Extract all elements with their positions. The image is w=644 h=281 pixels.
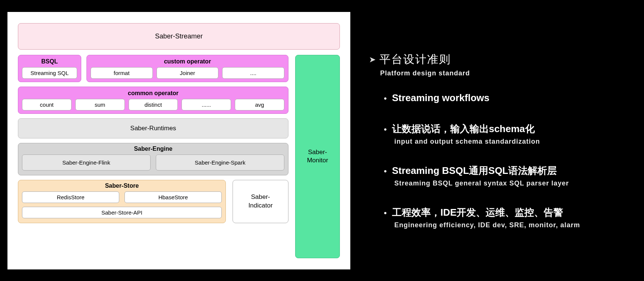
bsql-title: BSQL — [22, 58, 77, 65]
bullet-1-main: Streaming workflows — [392, 92, 490, 104]
bullet-2-main: 让数据说话，输入输出schema化 — [392, 122, 535, 135]
architecture-diagram: Saber-Streamer BSQL Streaming SQL custom… — [7, 12, 350, 269]
heading-row: ➤ 平台设计准则 — [369, 52, 633, 67]
pill-joiner: Joiner — [157, 67, 219, 79]
heading-sub: Platform design standard — [380, 69, 633, 77]
pill-sum: sum — [75, 99, 125, 110]
bullet-2: • 让数据说话，输入输出schema化 input and output sch… — [384, 122, 633, 146]
pill-engine-flink: Saber-Engine-Flink — [22, 154, 151, 171]
box-saber-runtimes: Saber-Runtimes — [18, 118, 288, 138]
box-saber-store: Saber-Store RedisStore HbaseStore Saber-… — [18, 180, 226, 223]
pill-hbase-store: HbaseStore — [124, 191, 222, 203]
pill-format: format — [91, 67, 153, 79]
bullet-3-main: Streaming BSQL通用SQL语法解析层 — [392, 164, 557, 177]
pill-distinct: distinct — [129, 99, 178, 110]
pill-count: count — [22, 99, 72, 110]
bullet-dot-icon: • — [384, 167, 387, 175]
pill-store-api: Saber-Store-API — [22, 207, 222, 218]
row-bsql-custom: BSQL Streaming SQL custom operator forma… — [18, 55, 288, 82]
mid-left-stack: BSQL Streaming SQL custom operator forma… — [18, 55, 288, 258]
bullet-3-sub: Streaming BSQL general syntax SQL parser… — [394, 179, 633, 187]
bullet-dot-icon: • — [384, 209, 387, 217]
box-saber-monitor: Saber-Monitor — [295, 55, 340, 258]
pill-engine-spark: Saber-Engine-Spark — [156, 154, 284, 171]
box-saber-engine: Saber-Engine Saber-Engine-Flink Saber-En… — [18, 143, 288, 175]
bullet-4: • 工程效率，IDE开发、运维、监控、告警 Engineering effici… — [384, 206, 633, 229]
pill-common-more: ...... — [181, 99, 231, 110]
heading-main: 平台设计准则 — [379, 52, 451, 67]
box-saber-streamer: Saber-Streamer — [18, 23, 340, 50]
common-operator-title: common operator — [22, 90, 284, 97]
diagram-inner: Saber-Streamer BSQL Streaming SQL custom… — [18, 23, 340, 258]
bullet-3: • Streaming BSQL通用SQL语法解析层 Streaming BSQ… — [384, 164, 633, 187]
pill-avg: avg — [235, 99, 284, 110]
pill-streaming-sql: Streaming SQL — [22, 67, 77, 79]
box-common-operator: common operator count sum distinct .....… — [18, 87, 288, 114]
chevron-right-icon: ➤ — [369, 55, 376, 65]
engine-title: Saber-Engine — [22, 146, 284, 152]
box-custom-operator: custom operator format Joiner .... — [86, 55, 288, 82]
bottom-wrap: Saber-Store RedisStore HbaseStore Saber-… — [18, 180, 288, 223]
custom-operator-title: custom operator — [91, 58, 284, 65]
bullet-dot-icon: • — [384, 94, 387, 103]
mid-wrap: BSQL Streaming SQL custom operator forma… — [18, 55, 340, 258]
text-panel: ➤ 平台设计准则 Platform design standard • Stre… — [369, 44, 637, 237]
pill-custom-more: .... — [222, 67, 284, 79]
box-saber-indicator: Saber-Indicator — [233, 180, 288, 223]
bullet-4-main: 工程效率，IDE开发、运维、监控、告警 — [392, 206, 563, 219]
box-bsql: BSQL Streaming SQL — [18, 55, 81, 82]
store-title: Saber-Store — [22, 182, 222, 189]
pill-redis-store: RedisStore — [22, 191, 119, 203]
bullet-2-sub: input and output schema standardization — [394, 138, 633, 146]
bullet-4-sub: Engineering efficiency, IDE dev, SRE, mo… — [394, 221, 633, 229]
bullet-dot-icon: • — [384, 125, 387, 134]
bullet-1: • Streaming workflows — [384, 92, 633, 104]
slide: Saber-Streamer BSQL Streaming SQL custom… — [0, 12, 644, 269]
